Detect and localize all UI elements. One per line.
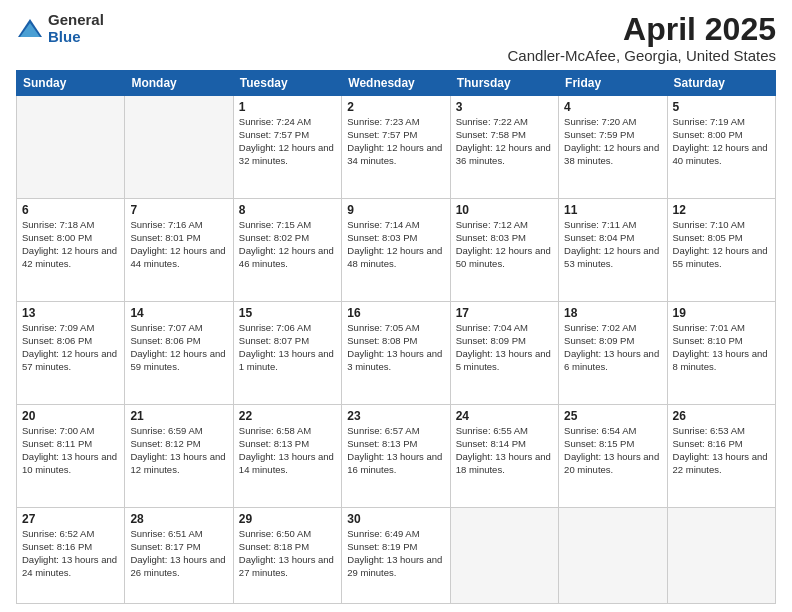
day-info: Sunrise: 6:49 AM Sunset: 8:19 PM Dayligh… [347, 528, 444, 579]
day-info: Sunrise: 6:52 AM Sunset: 8:16 PM Dayligh… [22, 528, 119, 579]
calendar-cell-0-5: 4Sunrise: 7:20 AM Sunset: 7:59 PM Daylig… [559, 96, 667, 199]
calendar-cell-4-5 [559, 508, 667, 604]
logo-blue: Blue [48, 29, 104, 46]
day-info: Sunrise: 7:12 AM Sunset: 8:03 PM Dayligh… [456, 219, 553, 270]
calendar-cell-3-1: 21Sunrise: 6:59 AM Sunset: 8:12 PM Dayli… [125, 405, 233, 508]
day-number: 12 [673, 203, 770, 217]
calendar-table: Sunday Monday Tuesday Wednesday Thursday… [16, 70, 776, 604]
logo: General Blue [16, 12, 104, 45]
main-title: April 2025 [508, 12, 776, 47]
logo-icon [16, 15, 44, 43]
calendar-cell-3-4: 24Sunrise: 6:55 AM Sunset: 8:14 PM Dayli… [450, 405, 558, 508]
day-number: 1 [239, 100, 336, 114]
day-info: Sunrise: 7:09 AM Sunset: 8:06 PM Dayligh… [22, 322, 119, 373]
subtitle: Candler-McAfee, Georgia, United States [508, 47, 776, 64]
calendar-cell-3-6: 26Sunrise: 6:53 AM Sunset: 8:16 PM Dayli… [667, 405, 775, 508]
day-number: 16 [347, 306, 444, 320]
calendar-cell-3-3: 23Sunrise: 6:57 AM Sunset: 8:13 PM Dayli… [342, 405, 450, 508]
day-info: Sunrise: 7:06 AM Sunset: 8:07 PM Dayligh… [239, 322, 336, 373]
calendar-week-row-2: 13Sunrise: 7:09 AM Sunset: 8:06 PM Dayli… [17, 302, 776, 405]
day-info: Sunrise: 7:20 AM Sunset: 7:59 PM Dayligh… [564, 116, 661, 167]
day-number: 20 [22, 409, 119, 423]
col-thursday: Thursday [450, 71, 558, 96]
calendar-cell-1-4: 10Sunrise: 7:12 AM Sunset: 8:03 PM Dayli… [450, 199, 558, 302]
calendar-cell-4-3: 30Sunrise: 6:49 AM Sunset: 8:19 PM Dayli… [342, 508, 450, 604]
calendar-cell-4-6 [667, 508, 775, 604]
header: General Blue April 2025 Candler-McAfee, … [16, 12, 776, 64]
day-info: Sunrise: 6:53 AM Sunset: 8:16 PM Dayligh… [673, 425, 770, 476]
day-number: 15 [239, 306, 336, 320]
col-friday: Friday [559, 71, 667, 96]
day-info: Sunrise: 7:22 AM Sunset: 7:58 PM Dayligh… [456, 116, 553, 167]
calendar-cell-3-2: 22Sunrise: 6:58 AM Sunset: 8:13 PM Dayli… [233, 405, 341, 508]
day-number: 14 [130, 306, 227, 320]
calendar-cell-1-3: 9Sunrise: 7:14 AM Sunset: 8:03 PM Daylig… [342, 199, 450, 302]
calendar-cell-4-0: 27Sunrise: 6:52 AM Sunset: 8:16 PM Dayli… [17, 508, 125, 604]
day-info: Sunrise: 6:55 AM Sunset: 8:14 PM Dayligh… [456, 425, 553, 476]
calendar-cell-4-2: 29Sunrise: 6:50 AM Sunset: 8:18 PM Dayli… [233, 508, 341, 604]
calendar-cell-1-1: 7Sunrise: 7:16 AM Sunset: 8:01 PM Daylig… [125, 199, 233, 302]
logo-general: General [48, 12, 104, 29]
calendar-cell-2-1: 14Sunrise: 7:07 AM Sunset: 8:06 PM Dayli… [125, 302, 233, 405]
day-info: Sunrise: 6:57 AM Sunset: 8:13 PM Dayligh… [347, 425, 444, 476]
day-info: Sunrise: 6:59 AM Sunset: 8:12 PM Dayligh… [130, 425, 227, 476]
day-info: Sunrise: 7:19 AM Sunset: 8:00 PM Dayligh… [673, 116, 770, 167]
day-number: 17 [456, 306, 553, 320]
day-number: 9 [347, 203, 444, 217]
day-info: Sunrise: 7:00 AM Sunset: 8:11 PM Dayligh… [22, 425, 119, 476]
day-number: 5 [673, 100, 770, 114]
day-info: Sunrise: 7:18 AM Sunset: 8:00 PM Dayligh… [22, 219, 119, 270]
day-number: 11 [564, 203, 661, 217]
calendar-cell-0-3: 2Sunrise: 7:23 AM Sunset: 7:57 PM Daylig… [342, 96, 450, 199]
calendar-cell-0-0 [17, 96, 125, 199]
calendar-week-row-4: 27Sunrise: 6:52 AM Sunset: 8:16 PM Dayli… [17, 508, 776, 604]
day-number: 6 [22, 203, 119, 217]
day-info: Sunrise: 6:51 AM Sunset: 8:17 PM Dayligh… [130, 528, 227, 579]
calendar-cell-4-4 [450, 508, 558, 604]
day-number: 4 [564, 100, 661, 114]
calendar-cell-3-5: 25Sunrise: 6:54 AM Sunset: 8:15 PM Dayli… [559, 405, 667, 508]
calendar-cell-2-4: 17Sunrise: 7:04 AM Sunset: 8:09 PM Dayli… [450, 302, 558, 405]
calendar-cell-2-5: 18Sunrise: 7:02 AM Sunset: 8:09 PM Dayli… [559, 302, 667, 405]
col-wednesday: Wednesday [342, 71, 450, 96]
calendar-cell-2-6: 19Sunrise: 7:01 AM Sunset: 8:10 PM Dayli… [667, 302, 775, 405]
day-number: 26 [673, 409, 770, 423]
day-number: 7 [130, 203, 227, 217]
day-number: 22 [239, 409, 336, 423]
day-number: 21 [130, 409, 227, 423]
col-monday: Monday [125, 71, 233, 96]
logo-text: General Blue [48, 12, 104, 45]
title-block: April 2025 Candler-McAfee, Georgia, Unit… [508, 12, 776, 64]
calendar-week-row-3: 20Sunrise: 7:00 AM Sunset: 8:11 PM Dayli… [17, 405, 776, 508]
calendar-header-row: Sunday Monday Tuesday Wednesday Thursday… [17, 71, 776, 96]
day-number: 25 [564, 409, 661, 423]
day-info: Sunrise: 7:14 AM Sunset: 8:03 PM Dayligh… [347, 219, 444, 270]
day-info: Sunrise: 7:10 AM Sunset: 8:05 PM Dayligh… [673, 219, 770, 270]
day-info: Sunrise: 7:04 AM Sunset: 8:09 PM Dayligh… [456, 322, 553, 373]
day-info: Sunrise: 7:24 AM Sunset: 7:57 PM Dayligh… [239, 116, 336, 167]
day-info: Sunrise: 7:07 AM Sunset: 8:06 PM Dayligh… [130, 322, 227, 373]
calendar-cell-2-0: 13Sunrise: 7:09 AM Sunset: 8:06 PM Dayli… [17, 302, 125, 405]
day-number: 3 [456, 100, 553, 114]
col-sunday: Sunday [17, 71, 125, 96]
day-info: Sunrise: 7:01 AM Sunset: 8:10 PM Dayligh… [673, 322, 770, 373]
day-number: 19 [673, 306, 770, 320]
day-number: 10 [456, 203, 553, 217]
calendar-cell-2-3: 16Sunrise: 7:05 AM Sunset: 8:08 PM Dayli… [342, 302, 450, 405]
day-number: 29 [239, 512, 336, 526]
day-number: 24 [456, 409, 553, 423]
day-info: Sunrise: 7:16 AM Sunset: 8:01 PM Dayligh… [130, 219, 227, 270]
calendar-cell-1-6: 12Sunrise: 7:10 AM Sunset: 8:05 PM Dayli… [667, 199, 775, 302]
day-number: 8 [239, 203, 336, 217]
calendar-week-row-0: 1Sunrise: 7:24 AM Sunset: 7:57 PM Daylig… [17, 96, 776, 199]
day-info: Sunrise: 7:02 AM Sunset: 8:09 PM Dayligh… [564, 322, 661, 373]
day-info: Sunrise: 6:50 AM Sunset: 8:18 PM Dayligh… [239, 528, 336, 579]
day-info: Sunrise: 7:23 AM Sunset: 7:57 PM Dayligh… [347, 116, 444, 167]
day-info: Sunrise: 7:15 AM Sunset: 8:02 PM Dayligh… [239, 219, 336, 270]
day-number: 18 [564, 306, 661, 320]
day-number: 13 [22, 306, 119, 320]
col-saturday: Saturday [667, 71, 775, 96]
calendar-week-row-1: 6Sunrise: 7:18 AM Sunset: 8:00 PM Daylig… [17, 199, 776, 302]
day-number: 30 [347, 512, 444, 526]
calendar-cell-3-0: 20Sunrise: 7:00 AM Sunset: 8:11 PM Dayli… [17, 405, 125, 508]
